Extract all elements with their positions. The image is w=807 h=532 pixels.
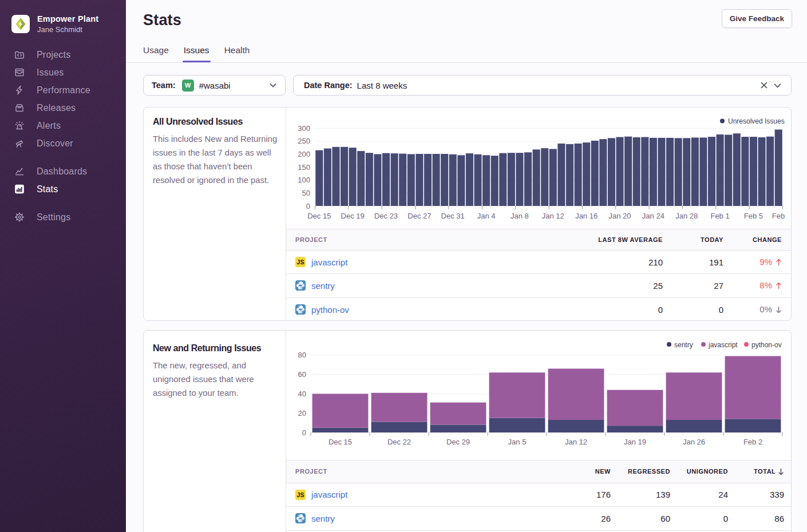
- svg-text:Jan 12: Jan 12: [542, 212, 564, 220]
- svg-text:JS: JS: [297, 259, 304, 265]
- svg-text:20: 20: [298, 409, 306, 418]
- svg-text:Jan 5: Jan 5: [508, 438, 527, 446]
- svg-text:300: 300: [298, 124, 310, 133]
- svg-text:Feb 1: Feb 1: [710, 212, 729, 220]
- svg-text:100: 100: [298, 176, 310, 184]
- svg-text:Jan 24: Jan 24: [642, 212, 664, 220]
- svg-text:50: 50: [302, 189, 310, 197]
- svg-text:60: 60: [298, 370, 306, 379]
- svg-text:Jan 12: Jan 12: [565, 438, 587, 446]
- svg-text:Jan 20: Jan 20: [608, 212, 631, 220]
- svg-text:Jan 4: Jan 4: [477, 212, 496, 220]
- svg-text:Jan 26: Jan 26: [683, 438, 705, 446]
- svg-text:40: 40: [298, 390, 306, 398]
- svg-text:250: 250: [298, 137, 310, 145]
- svg-text:0: 0: [306, 202, 310, 211]
- svg-text:Jan 16: Jan 16: [575, 212, 598, 220]
- svg-text:Unresolved Issues: Unresolved Issues: [728, 117, 785, 125]
- svg-text:Feb 5: Feb 5: [744, 212, 763, 220]
- svg-text:javascript: javascript: [708, 341, 738, 349]
- svg-text:0: 0: [302, 428, 306, 437]
- svg-text:Dec 19: Dec 19: [341, 212, 365, 220]
- svg-text:Dec 23: Dec 23: [374, 212, 398, 220]
- svg-text:python-ov: python-ov: [751, 341, 782, 349]
- svg-text:sentry: sentry: [674, 341, 693, 349]
- svg-text:200: 200: [298, 150, 310, 158]
- svg-text:Dec 15: Dec 15: [329, 438, 352, 446]
- svg-text:Dec 22: Dec 22: [387, 438, 411, 446]
- svg-text:Jan 19: Jan 19: [624, 438, 646, 446]
- svg-text:JS: JS: [297, 491, 304, 498]
- svg-text:Dec 29: Dec 29: [446, 438, 470, 446]
- svg-text:Feb: Feb: [772, 212, 785, 220]
- svg-text:80: 80: [298, 351, 306, 359]
- svg-text:Dec 15: Dec 15: [307, 212, 331, 220]
- svg-text:Jan 8: Jan 8: [511, 212, 529, 220]
- svg-text:150: 150: [298, 163, 310, 172]
- svg-text:Dec 27: Dec 27: [408, 212, 431, 220]
- svg-text:Jan 28: Jan 28: [675, 212, 698, 220]
- svg-text:Feb 2: Feb 2: [743, 438, 762, 446]
- svg-text:Dec 31: Dec 31: [441, 212, 465, 220]
